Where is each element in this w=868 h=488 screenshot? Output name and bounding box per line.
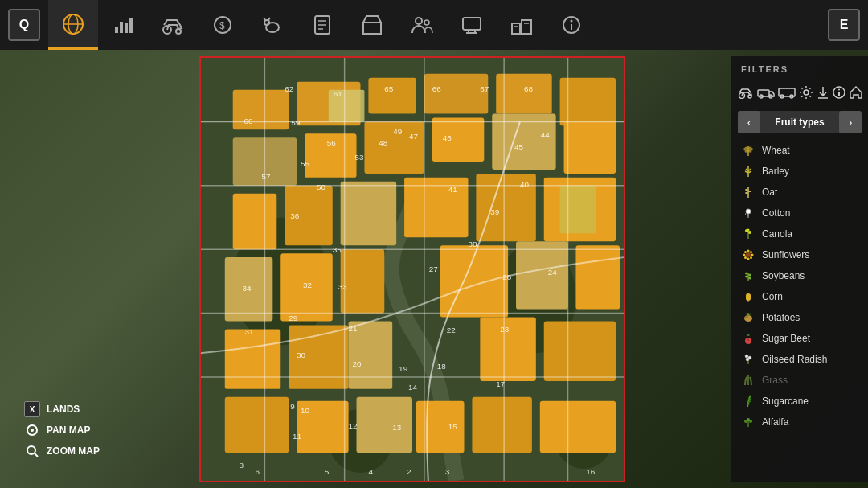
- svg-text:57: 57: [261, 172, 271, 181]
- oat-icon: [741, 185, 755, 199]
- filter-truck2-icon[interactable]: [778, 82, 796, 103]
- map-controls: X LANDS PAN MAP ZOOM MAP: [24, 401, 100, 464]
- nav-store-tab[interactable]: [347, 0, 397, 50]
- svg-text:10: 10: [301, 406, 310, 415]
- svg-text:49: 49: [393, 127, 403, 136]
- nav-hired-tab[interactable]: [397, 0, 447, 50]
- fruit-item-sugar-beet[interactable]: Sugar Beet: [731, 328, 868, 349]
- svg-point-146: [838, 89, 840, 91]
- svg-rect-50: [233, 194, 277, 249]
- nav-stats-tab[interactable]: [98, 0, 148, 50]
- canola-label: Canola: [762, 228, 792, 240]
- fruit-item-cotton[interactable]: Cotton: [731, 203, 868, 223]
- svg-rect-74: [560, 186, 596, 234]
- fruit-item-canola[interactable]: Canola: [731, 223, 868, 244]
- svg-text:27: 27: [429, 265, 439, 273]
- pan-map-control[interactable]: PAN MAP: [24, 422, 100, 438]
- svg-text:46: 46: [443, 133, 452, 142]
- nav-buildings-tab[interactable]: [497, 0, 547, 50]
- map-svg[interactable]: 8 9 10 11 12 13 14 15 17 18 19 20 21 22 …: [201, 58, 624, 481]
- nav-tractor-tab[interactable]: [148, 0, 198, 50]
- svg-text:21: 21: [349, 324, 358, 333]
- svg-point-166: [751, 254, 754, 256]
- svg-rect-4: [120, 22, 123, 33]
- svg-text:13: 13: [392, 423, 402, 432]
- svg-point-142: [804, 90, 809, 95]
- svg-line-187: [748, 399, 751, 400]
- svg-rect-71: [472, 397, 531, 453]
- svg-text:65: 65: [384, 84, 394, 93]
- svg-text:4: 4: [368, 467, 373, 476]
- svg-text:14: 14: [408, 383, 418, 392]
- svg-text:35: 35: [333, 245, 342, 254]
- zoom-map-control[interactable]: ZOOM MAP: [24, 443, 100, 459]
- fruit-item-sunflowers[interactable]: Sunflowers: [731, 244, 868, 265]
- grass-label: Grass: [762, 375, 788, 386]
- canola-icon: [741, 227, 755, 241]
- svg-text:45: 45: [514, 142, 524, 151]
- lands-label: LANDS: [47, 404, 80, 415]
- svg-rect-58: [341, 249, 385, 313]
- corn-label: Corn: [762, 291, 783, 302]
- filter-info-icon[interactable]: [833, 82, 845, 103]
- svg-rect-72: [540, 401, 616, 453]
- zoom-icon: [24, 443, 40, 459]
- corn-icon: [741, 289, 755, 304]
- svg-line-186: [747, 401, 751, 402]
- svg-point-174: [748, 277, 751, 280]
- nav-info-tab[interactable]: [547, 0, 596, 50]
- filter-home-icon[interactable]: [849, 82, 863, 103]
- filter-tractor-icon[interactable]: [738, 82, 754, 103]
- svg-point-172: [748, 274, 751, 277]
- svg-point-182: [745, 355, 748, 358]
- fruit-item-potatoes[interactable]: Potatoes: [731, 307, 868, 328]
- filter-download-icon[interactable]: [817, 82, 829, 103]
- fruit-item-oat[interactable]: Oat: [731, 182, 868, 203]
- filter-truck1-icon[interactable]: [757, 82, 775, 103]
- svg-text:53: 53: [355, 153, 365, 162]
- nav-map-tab[interactable]: [48, 0, 98, 50]
- nav-money-tab[interactable]: $: [198, 0, 248, 50]
- svg-text:2: 2: [407, 467, 411, 476]
- svg-text:23: 23: [500, 325, 510, 334]
- svg-text:19: 19: [399, 364, 408, 373]
- svg-rect-52: [341, 182, 396, 245]
- fruit-item-corn[interactable]: Corn: [731, 286, 868, 307]
- filter-icons-row: [731, 82, 868, 111]
- fruit-item-wheat[interactable]: Wheat: [731, 140, 868, 161]
- fruit-item-oilseed-radish[interactable]: Oilseed Radish: [731, 349, 868, 370]
- svg-point-160: [748, 231, 751, 234]
- fruit-item-soybeans[interactable]: Soybeans: [731, 265, 868, 286]
- nav-animals-tab[interactable]: [248, 0, 297, 50]
- nav-monitor-tab[interactable]: [447, 0, 497, 50]
- svg-point-158: [746, 209, 751, 214]
- svg-text:30: 30: [297, 351, 306, 359]
- svg-text:33: 33: [338, 282, 348, 291]
- svg-point-170: [750, 256, 752, 259]
- svg-rect-38: [233, 90, 289, 130]
- svg-text:8: 8: [240, 461, 244, 470]
- fruit-item-grass[interactable]: Grass: [731, 370, 868, 391]
- sunflowers-icon: [741, 248, 755, 262]
- svg-text:48: 48: [379, 138, 388, 147]
- cotton-label: Cotton: [762, 207, 790, 219]
- fruit-item-alfalfa[interactable]: Alfalfa: [731, 412, 868, 433]
- nav-contracts-tab[interactable]: [297, 0, 347, 50]
- svg-point-161: [747, 229, 750, 232]
- wheat-icon: [741, 143, 755, 158]
- e-button[interactable]: E: [828, 9, 860, 41]
- oat-label: Oat: [762, 187, 777, 198]
- filter-gear-icon[interactable]: [799, 82, 813, 103]
- map-container[interactable]: 8 9 10 11 12 13 14 15 17 18 19 20 21 22 …: [199, 56, 625, 482]
- svg-text:32: 32: [303, 281, 313, 289]
- fruit-nav-prev[interactable]: ‹: [738, 111, 760, 133]
- q-button[interactable]: Q: [8, 9, 40, 41]
- fruit-nav-next[interactable]: ›: [839, 111, 862, 133]
- svg-text:61: 61: [334, 89, 343, 98]
- fruit-item-sugarcane[interactable]: Sugarcane: [731, 391, 868, 412]
- svg-text:11: 11: [293, 432, 302, 441]
- svg-rect-66: [544, 322, 616, 381]
- soybeans-label: Soybeans: [762, 270, 805, 281]
- fruit-item-barley[interactable]: Barley: [731, 161, 868, 182]
- lands-control[interactable]: X LANDS: [24, 401, 100, 417]
